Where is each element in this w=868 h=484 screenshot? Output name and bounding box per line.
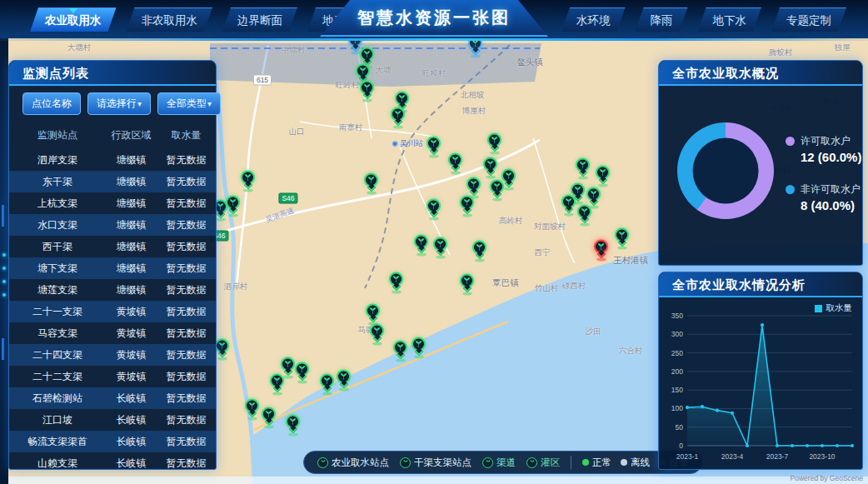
- cell-station: 石碧检测站: [14, 392, 101, 406]
- table-row[interactable]: 二十二支渠 黄坡镇 暂无数据: [9, 366, 216, 387]
- cell-value: 暂无数据: [162, 175, 211, 189]
- table-row[interactable]: 塘莲支渠 塘缀镇 暂无数据: [9, 279, 216, 301]
- svg-text:200: 200: [671, 367, 683, 376]
- top-navigation-bar: 农业取用水非农取用水边界断面地表水源地 智慧水资源一张图 水环境降雨地下水专题定…: [0, 0, 868, 38]
- water-intake-marker[interactable]: [486, 133, 503, 154]
- map-label: 腾蛟村: [769, 47, 793, 58]
- water-intake-marker[interactable]: [614, 228, 631, 249]
- nav-tab[interactable]: 农业取用水: [30, 7, 117, 32]
- legend-type-label: 干渠支渠站点: [414, 457, 471, 469]
- pin-icon: [482, 457, 493, 468]
- table-row[interactable]: 江口坡 长岐镇 暂无数据: [9, 409, 216, 431]
- panel-title: 监测点列表: [9, 61, 216, 86]
- map-label: 泗岸村: [224, 282, 248, 292]
- water-intake-marker[interactable]: [336, 370, 352, 391]
- table-row[interactable]: 马容支渠 黄坡镇 暂无数据: [9, 322, 216, 344]
- nav-tab[interactable]: 专题定制: [771, 7, 846, 32]
- cell-station: 西干渠: [14, 240, 101, 254]
- cell-region: 塘缀镇: [101, 218, 162, 232]
- nav-tab[interactable]: 非农取用水: [127, 7, 213, 32]
- table-row[interactable]: 二十一支渠 黄坡镇 暂无数据: [9, 301, 216, 322]
- water-intake-marker[interactable]: [261, 407, 277, 428]
- water-intake-marker[interactable]: [240, 171, 257, 192]
- cell-station: 二十二支渠: [14, 370, 101, 384]
- cell-value: 暂无数据: [162, 153, 211, 167]
- table-row[interactable]: 塘下支渠 塘缀镇 暂无数据: [9, 257, 216, 279]
- legend-type-item[interactable]: 农业取水站点: [317, 457, 389, 469]
- region-select[interactable]: 请选择行政 ▾: [87, 92, 151, 115]
- map-label: 沙田: [586, 327, 601, 337]
- table-row[interactable]: 山赖支渠 长岐镇 暂无数据: [9, 452, 216, 474]
- water-intake-marker[interactable]: [214, 339, 231, 360]
- panel-title: 全市农业取水概况: [659, 61, 862, 86]
- cell-station: 畅流支渠渠首: [14, 435, 101, 449]
- table-row[interactable]: 二十四支渠 黄坡镇 暂无数据: [9, 344, 216, 366]
- nav-tab[interactable]: 地下水: [698, 7, 762, 32]
- type-select[interactable]: 全部类型 ▾: [157, 92, 221, 115]
- water-intake-marker[interactable]: [359, 81, 376, 102]
- legend-type-label: 农业取水站点: [332, 457, 389, 469]
- col-region: 行政区域: [101, 128, 162, 142]
- nav-tab-label: 专题定制: [786, 14, 831, 27]
- cell-station: 山赖支渠: [14, 457, 101, 471]
- nav-tab[interactable]: 边界断面: [222, 7, 297, 32]
- water-intake-marker[interactable]: [471, 241, 488, 262]
- water-intake-marker[interactable]: [459, 196, 476, 217]
- water-intake-marker[interactable]: [392, 341, 409, 362]
- legend-type-item[interactable]: 干渠支渠站点: [400, 457, 471, 469]
- water-intake-marker[interactable]: [593, 240, 610, 261]
- water-intake-marker[interactable]: [411, 337, 427, 358]
- table-row[interactable]: 水口支渠 塘缀镇 暂无数据: [9, 214, 216, 236]
- water-intake-marker[interactable]: [319, 374, 336, 395]
- water-intake-marker[interactable]: [363, 173, 380, 194]
- water-intake-marker[interactable]: [426, 137, 442, 157]
- table-row[interactable]: 东干渠 塘缀镇 暂无数据: [9, 171, 216, 192]
- water-intake-marker[interactable]: [244, 399, 261, 420]
- table-row[interactable]: 泗岸支渠 塘缀镇 暂无数据: [9, 149, 216, 171]
- nav-tab[interactable]: 降雨: [636, 7, 688, 32]
- cell-station: 二十四支渠: [14, 348, 101, 362]
- legend-type-item[interactable]: 渠道: [482, 457, 516, 469]
- cell-region: 长岐镇: [101, 435, 162, 449]
- water-intake-marker[interactable]: [432, 237, 449, 258]
- water-intake-marker[interactable]: [365, 304, 382, 325]
- water-intake-marker[interactable]: [369, 324, 386, 345]
- water-intake-marker[interactable]: [294, 362, 311, 383]
- water-intake-marker[interactable]: [269, 374, 286, 395]
- point-name-button[interactable]: 点位名称: [22, 92, 81, 115]
- water-intake-marker[interactable]: [575, 158, 591, 179]
- water-intake-marker[interactable]: [489, 180, 506, 201]
- water-intake-marker[interactable]: [285, 415, 302, 436]
- water-intake-marker[interactable]: [413, 235, 430, 256]
- cell-value: 暂无数据: [162, 435, 211, 449]
- map-label: 博厘村: [462, 106, 486, 117]
- road-number-badge: S46: [278, 193, 297, 204]
- map-label: 六合村: [619, 346, 643, 357]
- table-row[interactable]: 上杭支渠 塘缀镇 暂无数据: [9, 192, 216, 214]
- water-intake-marker[interactable]: [459, 274, 476, 295]
- powered-by-credit: Powered by GeoScene: [791, 474, 863, 482]
- cell-region: 黄坡镇: [101, 348, 162, 362]
- nav-tab[interactable]: 水环境: [561, 7, 626, 32]
- water-intake-marker[interactable]: [482, 157, 499, 178]
- map-label: 南寨村: [339, 122, 363, 133]
- water-intake-marker[interactable]: [388, 272, 405, 293]
- water-intake-marker[interactable]: [426, 199, 442, 220]
- legend-type-item[interactable]: 灌区: [526, 457, 560, 469]
- table-row[interactable]: 石碧检测站 长岐镇 暂无数据: [9, 387, 216, 409]
- map-label: 大塘: [376, 65, 392, 76]
- legend-type-label: 灌区: [541, 457, 560, 469]
- monitoring-list-panel: 监测点列表 点位名称 请选择行政 ▾ 全部类型 ▾ 监测站点 行政区域 取水量 …: [8, 60, 217, 470]
- water-intake-marker[interactable]: [390, 107, 407, 128]
- water-intake-marker[interactable]: [576, 205, 593, 226]
- map-label: 中塘村: [282, 45, 306, 56]
- table-row[interactable]: 西干渠 塘缀镇 暂无数据: [9, 236, 216, 257]
- table-row[interactable]: 畅流支渠渠首 长岐镇 暂无数据: [9, 431, 216, 452]
- cell-value: 暂无数据: [162, 240, 211, 254]
- water-intake-marker[interactable]: [447, 153, 464, 174]
- water-intake-marker[interactable]: [561, 195, 577, 216]
- water-intake-marker[interactable]: [595, 166, 611, 187]
- dashboard: 大塘村中塘村大塘旺樟村鳌头镇腾蛟村独屋旺岭村北相坡博厘村牛头村陵头村山口南寨村小…: [0, 0, 868, 484]
- status-dot-icon: [582, 459, 589, 466]
- rail-station-label: ◉吴川站: [392, 138, 423, 149]
